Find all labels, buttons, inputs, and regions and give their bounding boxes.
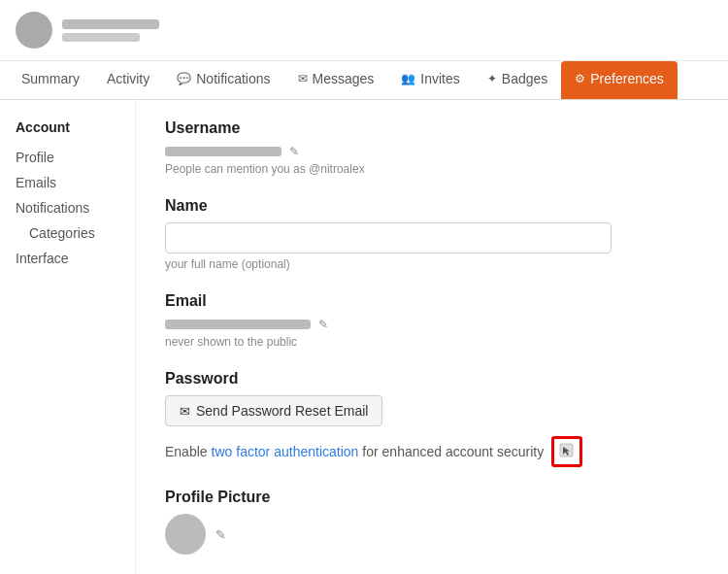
username-edit-icon[interactable]: ✎: [289, 145, 299, 158]
profile-picture-label: Profile Picture: [165, 489, 699, 506]
profile-picture-edit-icon[interactable]: ✎: [215, 527, 226, 542]
tab-invites[interactable]: 👥 Invites: [387, 61, 473, 99]
two-factor-row: Enable two factor authentication for enh…: [165, 436, 699, 467]
sidebar-item-profile[interactable]: Profile: [16, 145, 119, 170]
email-hint: never shown to the public: [165, 335, 699, 349]
badges-icon: ✦: [487, 72, 497, 85]
tab-notifications-label: Notifications: [196, 71, 270, 86]
username-section: Username ✎ People can mention you as @ni…: [165, 119, 699, 176]
tab-invites-label: Invites: [420, 71, 459, 86]
username-label: Username: [165, 119, 699, 137]
messages-icon: ✉: [298, 72, 308, 85]
gear-icon: ⚙: [575, 72, 585, 85]
name-section: Name your full name (optional): [165, 197, 699, 271]
name-input[interactable]: [165, 222, 612, 253]
tab-badges[interactable]: ✦ Badges: [474, 61, 561, 99]
password-reset-label: Send Password Reset Email: [196, 403, 368, 419]
email-blurred-value: [165, 320, 311, 329]
password-label: Password: [165, 370, 699, 388]
avatar: [16, 12, 52, 49]
sidebar-item-categories[interactable]: Categories: [16, 220, 119, 246]
user-name-blurred: [62, 19, 159, 29]
profile-picture-section: Profile Picture ✎: [165, 489, 699, 555]
envelope-icon: ✉: [180, 404, 190, 419]
username-value-row: ✎: [165, 145, 699, 158]
user-bar: [0, 0, 728, 61]
notifications-icon: 💬: [177, 72, 191, 85]
two-factor-suffix: for enhanced account security: [362, 444, 544, 459]
tab-summary[interactable]: Summary: [8, 61, 93, 99]
send-password-reset-button[interactable]: ✉ Send Password Reset Email: [165, 395, 382, 426]
tab-messages-label: Messages: [313, 71, 375, 86]
sidebar: Account Profile Emails Notifications Cat…: [0, 100, 136, 574]
tab-preferences-label: Preferences: [590, 71, 663, 86]
password-section: Password ✉ Send Password Reset Email Ena…: [165, 370, 699, 467]
name-hint: your full name (optional): [165, 257, 699, 271]
content-area: Username ✎ People can mention you as @ni…: [136, 100, 728, 574]
tab-notifications[interactable]: 💬 Notifications: [163, 61, 283, 99]
invites-icon: 👥: [401, 72, 415, 85]
email-section: Email ✎ never shown to the public: [165, 292, 699, 349]
sidebar-section-title: Account: [16, 119, 119, 135]
email-label: Email: [165, 292, 699, 310]
user-info: [62, 19, 159, 42]
sidebar-item-interface[interactable]: Interface: [16, 246, 119, 271]
tab-preferences[interactable]: ⚙ Preferences: [561, 61, 677, 99]
user-handle-blurred: [62, 33, 140, 42]
username-blurred-value: [165, 147, 281, 156]
nav-tabs: Summary Activity 💬 Notifications ✉ Messa…: [0, 61, 728, 100]
tab-activity[interactable]: Activity: [93, 61, 163, 99]
profile-pic-row: ✎: [165, 514, 699, 555]
tab-summary-label: Summary: [21, 71, 80, 86]
name-label: Name: [165, 197, 699, 215]
cursor-icon: [559, 443, 575, 461]
tab-activity-label: Activity: [107, 71, 149, 86]
two-factor-link[interactable]: two factor authentication: [212, 444, 359, 459]
profile-avatar: [165, 514, 206, 555]
tab-badges-label: Badges: [502, 71, 547, 86]
email-edit-icon[interactable]: ✎: [318, 318, 328, 331]
cursor-highlight-box[interactable]: [551, 436, 582, 467]
two-factor-prefix: Enable: [165, 444, 208, 459]
sidebar-item-emails[interactable]: Emails: [16, 170, 119, 195]
tab-messages[interactable]: ✉ Messages: [284, 61, 388, 99]
sidebar-item-notifications[interactable]: Notifications: [16, 195, 119, 220]
email-value-row: ✎: [165, 318, 699, 331]
username-hint: People can mention you as @nitroalex: [165, 162, 699, 176]
main-layout: Account Profile Emails Notifications Cat…: [0, 100, 728, 574]
